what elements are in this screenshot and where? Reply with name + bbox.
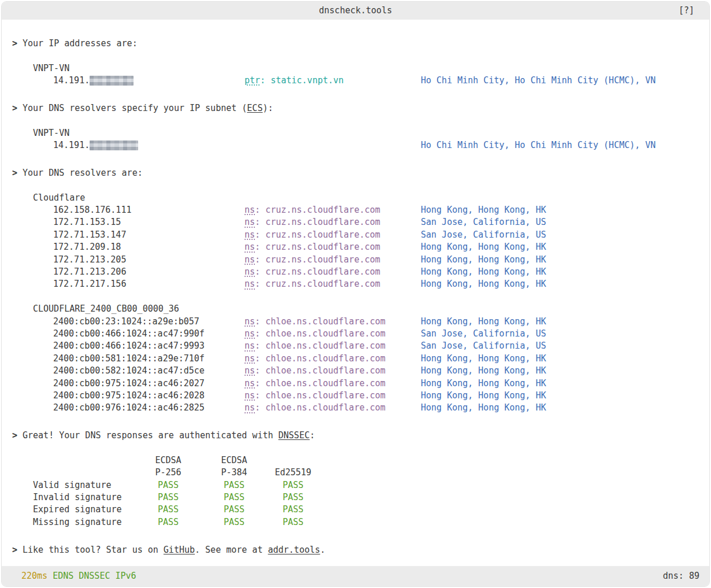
ns-abbr: ns: [245, 328, 255, 339]
github-link[interactable]: GitHub: [164, 545, 195, 555]
resolver-ip: 172.71.213.205: [53, 254, 126, 266]
ip-row: 14.191. Ho Chi Minh City, Ho Chi Minh Ci…: [12, 139, 699, 151]
resolver-ip: 172.71.213.206: [53, 266, 126, 278]
ns-host: chloe.ns.cloudflare.com: [265, 402, 386, 413]
resolver-ip: 2400:cb00:975:1024::ac46:2027: [53, 378, 205, 390]
test-result: PASS: [142, 479, 194, 491]
resolver-location: Hong Kong, Hong Kong, HK: [421, 402, 546, 414]
resolver-row: 2400:cb00:466:1024::ac47:9993ns: chloe.n…: [12, 340, 699, 352]
test-result: PASS: [267, 491, 319, 504]
dnssec-test-row: Invalid signaturePASSPASSPASS: [12, 491, 699, 504]
ns-host: chloe.ns.cloudflare.com: [265, 378, 386, 389]
ns-host: cruz.ns.cloudflare.com: [265, 205, 380, 215]
ns-record: ns: chloe.ns.cloudflare.com: [245, 353, 386, 365]
dnssec-test-row: Missing signaturePASSPASSPASS: [12, 516, 699, 528]
test-result: PASS: [208, 491, 260, 504]
redacted-ip-block: [90, 140, 138, 150]
resolver-row: 172.71.153.147ns: cruz.ns.cloudflare.com…: [12, 229, 699, 241]
title-bar: dnscheck.tools [?]: [2, 2, 709, 20]
resolver-location: Hong Kong, Hong Kong, HK: [421, 353, 546, 365]
dnssec-header-row1: ECDSAECDSA: [12, 454, 699, 467]
test-label: Expired signature: [33, 504, 122, 516]
ecs-link[interactable]: ECS: [247, 103, 262, 113]
page-title: dnscheck.tools: [319, 5, 392, 17]
section-resolvers: >Your DNS resolvers are: Cloudflare 162.…: [12, 167, 699, 427]
geo-location: Ho Chi Minh City, Ho Chi Minh City (HCMC…: [421, 139, 656, 151]
resolver-location: Hong Kong, Hong Kong, HK: [421, 266, 546, 278]
section-ip-addresses: >Your IP addresses are: VNPT-VN 14.191. …: [12, 38, 699, 99]
prompt-char: >: [12, 544, 23, 556]
test-result: PASS: [208, 504, 260, 516]
resolver-location: Hong Kong, Hong Kong, HK: [421, 378, 546, 390]
ns-host: chloe.ns.cloudflare.com: [265, 353, 386, 364]
test-result: PASS: [142, 491, 194, 504]
test-label: Valid signature: [33, 479, 111, 491]
ns-host: chloe.ns.cloudflare.com: [265, 328, 386, 339]
latency-indicator: 220ms: [21, 570, 47, 582]
status-bar: 220ms EDNS DNSSEC IPv6 dns: 89: [2, 566, 709, 586]
dnssec-test-row: Expired signaturePASSPASSPASS: [12, 504, 699, 516]
ns-abbr: ns: [245, 390, 255, 401]
prompt-char: >: [12, 38, 23, 50]
section-dnssec: >Great! Your DNS responses are authentic…: [12, 430, 699, 541]
column-header: ECDSA: [142, 454, 194, 467]
redacted-ip-block: [90, 76, 134, 86]
ns-host: cruz.ns.cloudflare.com: [265, 279, 380, 289]
resolver-location: Hong Kong, Hong Kong, HK: [421, 278, 546, 290]
dns-query-count: 89: [689, 571, 699, 581]
ns-abbr: ns: [245, 242, 255, 252]
addr-tools-link[interactable]: addr.tools: [268, 545, 320, 555]
geo-location: Ho Chi Minh City, Ho Chi Minh City (HCMC…: [421, 75, 656, 87]
resolver-location: Hong Kong, Hong Kong, HK: [421, 204, 546, 216]
help-button[interactable]: [?]: [679, 2, 694, 20]
test-result: PASS: [267, 516, 319, 528]
flag-edns: EDNS: [53, 570, 73, 582]
network-group: VNPT-VN: [12, 62, 699, 75]
ip-prefix: 14.191.: [53, 140, 90, 150]
resolver-row: 2400:cb00:582:1024::ac47:d5cens: chloe.n…: [12, 365, 699, 377]
resolver-location: San Jose, California, US: [421, 328, 546, 340]
test-result: PASS: [142, 516, 194, 528]
resolver-ip: 172.71.217.156: [53, 278, 126, 290]
resolver-ip: 172.71.153.147: [53, 229, 126, 241]
resolver-row: 2400:cb00:466:1024::ac47:990fns: chloe.n…: [12, 328, 699, 340]
column-header: P-256: [142, 467, 194, 479]
resolver-row: 2400:cb00:975:1024::ac46:2028ns: chloe.n…: [12, 390, 699, 402]
resolver-ip: 2400:cb00:582:1024::ac47:d5ce: [53, 365, 205, 377]
test-result: PASS: [208, 516, 260, 528]
column-header: P-384: [208, 467, 260, 479]
ns-abbr: ns: [245, 205, 255, 215]
resolver-group: CLOUDFLARE_2400_CB00_0000_36: [12, 303, 699, 315]
prompt-char: >: [12, 430, 23, 442]
dnscheck-window: dnscheck.tools [?] >Your IP addresses ar…: [1, 1, 710, 587]
ns-abbr: ns: [245, 267, 255, 277]
resolver-location: Hong Kong, Hong Kong, HK: [421, 390, 546, 402]
terminal-output: >Your IP addresses are: VNPT-VN 14.191. …: [2, 20, 709, 566]
resolver-ip: 2400:cb00:23:1024::a29e:b057: [53, 316, 199, 328]
resolver-group-name: Cloudflare: [33, 192, 85, 204]
ns-host: chloe.ns.cloudflare.com: [265, 341, 386, 351]
ns-record: ns: chloe.ns.cloudflare.com: [245, 316, 386, 328]
ns-record: ns: chloe.ns.cloudflare.com: [245, 378, 386, 390]
test-result: PASS: [267, 504, 319, 516]
prompt-line: >Your IP addresses are:: [12, 38, 699, 50]
ns-record: ns: cruz.ns.cloudflare.com: [245, 278, 380, 290]
resolver-row: 172.71.213.206ns: cruz.ns.cloudflare.com…: [12, 266, 699, 278]
ip-row: 14.191. ptr: static.vnpt.vn Ho Chi Minh …: [12, 75, 699, 87]
section-footer: >Like this tool? Star us on GitHub. See …: [12, 544, 699, 556]
dnssec-header-row2: P-256P-384Ed25519: [12, 467, 699, 479]
prompt-line: >Like this tool? Star us on GitHub. See …: [12, 544, 699, 556]
ptr-record: ptr: static.vnpt.vn: [245, 75, 344, 87]
resolver-ip: 2400:cb00:466:1024::ac47:990f: [53, 328, 205, 340]
prompt-line: >Great! Your DNS responses are authentic…: [12, 430, 699, 442]
ns-abbr: ns: [245, 316, 255, 327]
dnssec-link[interactable]: DNSSEC: [279, 430, 310, 441]
ns-record: ns: cruz.ns.cloudflare.com: [245, 254, 380, 266]
ip-prefix: 14.191.: [53, 75, 90, 86]
test-label: Invalid signature: [33, 491, 122, 504]
ns-host: cruz.ns.cloudflare.com: [265, 217, 380, 227]
prompt-char: >: [12, 167, 23, 179]
flag-ipv6: IPv6: [115, 570, 136, 582]
column-header: ECDSA: [208, 454, 260, 467]
resolver-row: 2400:cb00:976:1024::ac46:2825ns: chloe.n…: [12, 402, 699, 414]
